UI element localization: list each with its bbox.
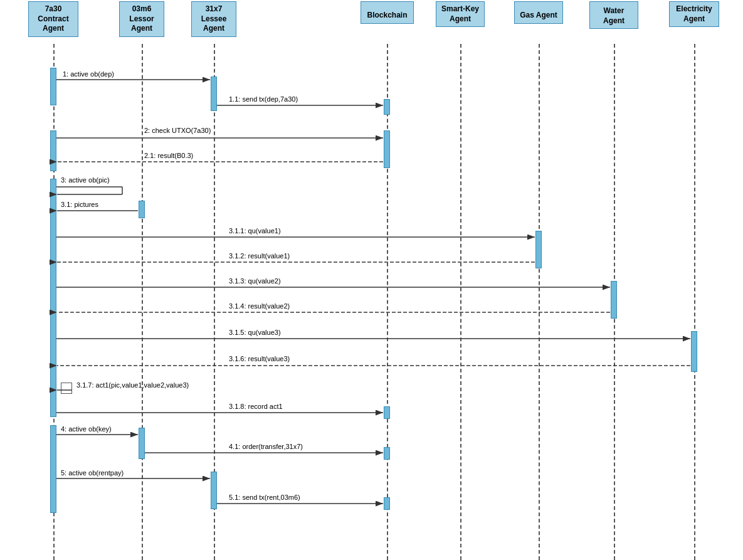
lifeline-electricity [694, 44, 695, 560]
label-m3_1_2: 3.1.2: result(value1) [229, 252, 290, 260]
lifeline-smartkey [460, 44, 461, 560]
activation-blockchain-5 [384, 497, 390, 510]
actor-contract: 7a30ContractAgent [28, 1, 78, 37]
actor-blockchain: Blockchain [361, 1, 414, 24]
label-m2_1: 2.1: result(B0.3) [144, 152, 193, 159]
label-m5: 5: active ob(rentpay) [61, 469, 124, 477]
activation-contract-3 [50, 179, 56, 417]
label-m2: 2: check UTXO(7a30) [144, 127, 211, 134]
activation-contract-4 [50, 425, 56, 513]
label-m3_1_5: 3.1.5: qu(value3) [229, 329, 281, 336]
label-m4: 4: active ob(key) [61, 425, 112, 433]
activation-contract-2 [50, 130, 56, 171]
label-m1: 1: active ob(dep) [63, 70, 114, 78]
label-m4_1: 4.1: order(transfer,31x7) [229, 443, 303, 450]
activation-blockchain-1 [384, 99, 390, 115]
activation-blockchain-3 [384, 406, 390, 419]
sequence-diagram: 7a30ContractAgent 03m6LessorAgent 31x7Le… [0, 0, 743, 560]
label-m3_1_3: 3.1.3: qu(value2) [229, 277, 281, 285]
actor-smartkey: Smart-KeyAgent [436, 1, 485, 27]
lifeline-gas [539, 44, 540, 560]
label-m3_1_4: 3.1.4: result(value2) [229, 302, 290, 310]
activation-lessee-1 [211, 77, 217, 111]
activation-lessor-1 [139, 201, 145, 218]
note-317 [61, 383, 72, 394]
actor-water: WaterAgent [589, 1, 638, 29]
label-m3_1_8: 3.1.8: record act1 [229, 403, 283, 410]
label-m3_1_1: 3.1.1: qu(value1) [229, 227, 281, 235]
label-m3_1_6: 3.1.6: result(value3) [229, 355, 290, 362]
activation-lessor-2 [139, 428, 145, 459]
activation-blockchain-2 [384, 130, 390, 168]
label-m3_1: 3.1: pictures [61, 201, 98, 208]
actor-electricity: ElectricityAgent [669, 1, 719, 27]
activation-blockchain-4 [384, 447, 390, 460]
lifeline-blockchain [387, 44, 388, 560]
lifeline-lessor [142, 44, 143, 560]
activation-electricity-1 [691, 331, 697, 372]
actor-lessor: 03m6LessorAgent [119, 1, 164, 37]
label-m3_1_7: 3.1.7: act1(pic,value1,value2,value3) [76, 381, 189, 389]
label-m5_1: 5.1: send tx(rent,03m6) [229, 494, 300, 501]
actor-gas: Gas Agent [514, 1, 563, 24]
label-m3: 3: active ob(pic) [61, 176, 110, 184]
actor-lessee: 31x7LesseeAgent [191, 1, 236, 37]
activation-gas-1 [535, 231, 542, 268]
activation-lessee-2 [211, 472, 217, 509]
activation-contract-1 [50, 68, 56, 105]
label-m1_1: 1.1: send tx(dep,7a30) [229, 95, 298, 103]
activation-water-1 [611, 281, 617, 319]
